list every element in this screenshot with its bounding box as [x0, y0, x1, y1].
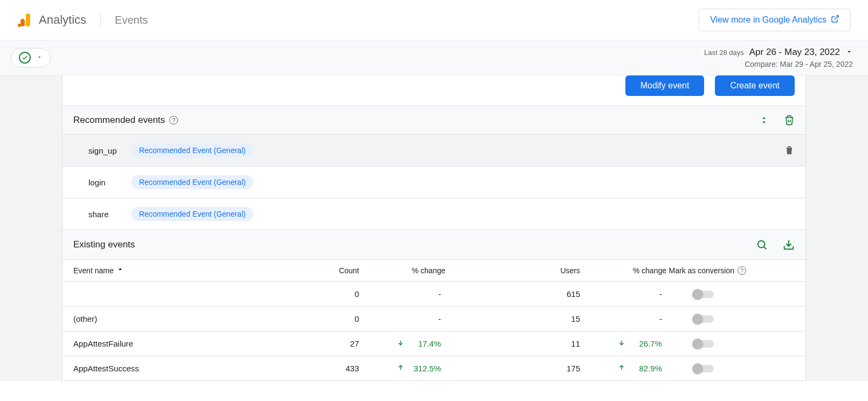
- cell-event-name: AppAttestFailure: [73, 339, 300, 348]
- table-row[interactable]: 0 - 615 -: [62, 282, 806, 307]
- svg-line-3: [835, 16, 838, 19]
- conversion-toggle[interactable]: [692, 315, 714, 323]
- col-users[interactable]: Users: [445, 266, 580, 275]
- svg-line-5: [764, 247, 766, 249]
- recommended-badge: Recommended Event (General): [132, 143, 253, 157]
- open-external-icon: [831, 15, 839, 25]
- recommended-event-row[interactable]: share Recommended Event (General): [62, 198, 806, 230]
- cell-users-change: 82.9%: [580, 364, 666, 373]
- separator: [100, 12, 101, 27]
- recommended-badge: Recommended Event (General): [132, 207, 253, 221]
- compare-range: Compare: Mar 29 - Apr 25, 2022: [704, 60, 853, 68]
- cell-count-change: 17.4%: [359, 339, 445, 348]
- arrow-down-icon: [618, 339, 625, 348]
- col-event-name[interactable]: Event name: [73, 266, 300, 275]
- date-range-area: Last 28 days Apr 26 - May 23, 2022 Compa…: [704, 47, 853, 68]
- svg-rect-1: [20, 19, 25, 26]
- sort-toggle-icon[interactable]: [759, 115, 769, 125]
- filter-bar: Last 28 days Apr 26 - May 23, 2022 Compa…: [0, 40, 868, 75]
- cell-users: 175: [445, 364, 580, 373]
- modify-event-button[interactable]: Modify event: [625, 75, 705, 96]
- cell-event-name: AppAttestSuccess: [73, 364, 300, 373]
- cell-users-change: 26.7%: [580, 339, 666, 348]
- sort-asc-icon: [117, 266, 123, 275]
- delete-icon[interactable]: [784, 144, 795, 157]
- arrow-up-icon: [397, 364, 404, 373]
- status-filter-chip[interactable]: [11, 48, 51, 67]
- existing-events-header: Existing events: [62, 230, 806, 260]
- recommended-event-row[interactable]: sign_up Recommended Event (General): [62, 135, 806, 167]
- recommended-events-header: Recommended events ?: [62, 106, 806, 135]
- cell-count-change: -: [359, 289, 445, 299]
- cell-toggle: [666, 340, 795, 348]
- cell-count: 27: [300, 339, 359, 348]
- col-count[interactable]: Count: [300, 266, 359, 275]
- col-event-name-label: Event name: [73, 266, 114, 275]
- create-event-button[interactable]: Create event: [715, 75, 795, 96]
- delete-all-icon[interactable]: [784, 115, 795, 126]
- cell-users-change: -: [580, 314, 666, 323]
- col-mark-conversion: Mark as conversion ?: [666, 266, 795, 275]
- svg-rect-0: [26, 13, 30, 26]
- help-icon[interactable]: ?: [738, 266, 746, 275]
- table-row[interactable]: AppAttestFailure 27 17.4% 11 26.7%: [62, 331, 806, 356]
- cell-count: 433: [300, 364, 359, 373]
- table-row[interactable]: AppAttestSuccess 433 312.5% 175 82.9%: [62, 356, 806, 381]
- top-header: Analytics Events View more in Google Ana…: [0, 0, 868, 40]
- arrow-up-icon: [618, 364, 625, 373]
- help-icon[interactable]: ?: [169, 116, 178, 125]
- cell-users: 615: [445, 289, 580, 299]
- cell-toggle: [666, 365, 795, 372]
- recommended-title-wrap: Recommended events ?: [73, 115, 178, 126]
- arrow-down-icon: [397, 339, 404, 348]
- cell-users-change: -: [580, 289, 666, 299]
- section-crumb: Events: [115, 14, 148, 26]
- cell-toggle: [666, 315, 795, 323]
- recommended-event-row[interactable]: login Recommended Event (General): [62, 167, 806, 198]
- svg-point-2: [18, 24, 21, 27]
- check-circle-icon: [19, 52, 31, 64]
- existing-actions: [756, 239, 795, 251]
- conversion-toggle[interactable]: [692, 291, 714, 298]
- download-icon[interactable]: [783, 239, 795, 251]
- content-area: Modify event Create event Recommended ev…: [0, 75, 868, 381]
- existing-title: Existing events: [73, 239, 135, 250]
- period-label: Last 28 days: [704, 49, 744, 57]
- cell-count-change: -: [359, 314, 445, 323]
- cell-event-name: (other): [73, 314, 300, 323]
- conversion-toggle[interactable]: [692, 340, 714, 348]
- cell-count: 0: [300, 289, 359, 299]
- recommended-actions: [759, 115, 795, 126]
- recommended-badge: Recommended Event (General): [132, 175, 253, 189]
- recommended-event-name: share: [88, 210, 121, 219]
- view-more-label: View more in Google Analytics: [710, 15, 826, 25]
- brand-area: Analytics Events: [17, 12, 148, 27]
- cell-count-change: 312.5%: [359, 364, 445, 373]
- col-mark-label: Mark as conversion: [669, 266, 734, 275]
- recommended-event-name: sign_up: [88, 146, 121, 155]
- svg-point-4: [758, 241, 765, 248]
- conversion-toggle[interactable]: [692, 365, 714, 372]
- cell-count: 0: [300, 314, 359, 323]
- period-range: Apr 26 - May 23, 2022: [749, 47, 840, 58]
- cell-users: 15: [445, 314, 580, 323]
- view-more-button[interactable]: View more in Google Analytics: [699, 9, 851, 31]
- date-range-picker[interactable]: Last 28 days Apr 26 - May 23, 2022: [704, 47, 853, 58]
- col-users-change[interactable]: % change: [580, 266, 666, 275]
- col-count-change[interactable]: % change: [359, 266, 445, 275]
- cell-users: 11: [445, 339, 580, 348]
- table-header-row: Event name Count % change Users % change…: [62, 260, 806, 282]
- recommended-event-name: login: [88, 178, 121, 187]
- chevron-down-icon: [845, 48, 853, 57]
- recommended-title: Recommended events: [73, 115, 165, 126]
- panel: Modify event Create event Recommended ev…: [62, 75, 806, 381]
- table-row[interactable]: (other) 0 - 15 -: [62, 307, 806, 331]
- cell-toggle: [666, 291, 795, 298]
- brand-title: Analytics: [39, 13, 86, 27]
- event-actions-row: Modify event Create event: [62, 75, 806, 106]
- analytics-logo-icon: [17, 12, 32, 27]
- search-icon[interactable]: [756, 239, 768, 251]
- chevron-down-icon: [36, 53, 43, 62]
